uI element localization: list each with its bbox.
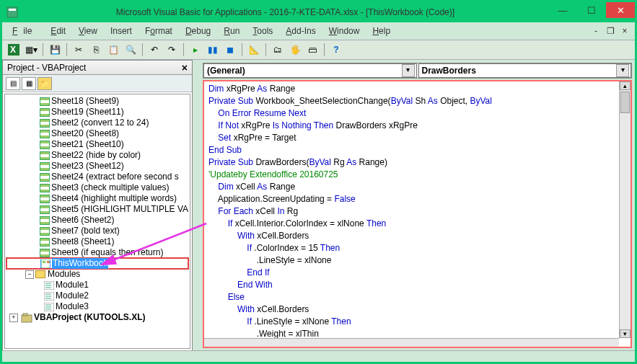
tree-sheet-item[interactable]: Sheet4 (highlight multiple words) <box>6 193 188 204</box>
object-browser-button[interactable]: 🗃 <box>305 43 320 57</box>
workbook-icon <box>40 259 50 268</box>
tree-module-item[interactable]: Module1 <box>6 280 188 290</box>
mdi-minimize-button[interactable]: - <box>590 26 602 36</box>
toggle-folders-button[interactable]: 📁 <box>38 77 52 90</box>
copy-button[interactable]: ⎘ <box>89 43 103 57</box>
maximize-button[interactable]: ☐ <box>577 2 606 18</box>
window-title: Microsoft Visual Basic for Applications … <box>22 7 548 17</box>
title-bar: Microsoft Visual Basic for Applications … <box>2 2 635 22</box>
menu-view[interactable]: View <box>73 25 103 37</box>
insert-module-dropdown[interactable]: ▦▾ <box>24 43 38 57</box>
tree-sheet-item[interactable]: Sheet19 (Sheet11) <box>6 107 188 117</box>
tree-sheet-item[interactable]: Sheet24 (extract before second s <box>6 172 188 182</box>
svg-text:X: X <box>10 45 16 55</box>
mdi-restore-button[interactable]: ❐ <box>605 26 616 36</box>
find-button[interactable]: 🔍 <box>123 43 138 57</box>
reset-button[interactable]: ◼ <box>223 43 237 57</box>
tree-sheet-item[interactable]: Sheet21 (Sheet10) <box>6 139 188 150</box>
tree-sheet-item[interactable]: Sheet8 (Sheet1) <box>6 236 188 247</box>
menu-debug[interactable]: Debug <box>180 25 216 37</box>
mdi-close-button[interactable]: × <box>619 26 631 36</box>
tree-sheet-item[interactable]: Sheet23 (Sheet12) <box>6 161 188 172</box>
svg-rect-1 <box>9 9 16 11</box>
tree-sheet-item[interactable]: Sheet2 (convert 12 to 24) <box>6 117 188 128</box>
excel-icon[interactable]: X <box>6 43 21 57</box>
sheet-icon <box>40 151 50 160</box>
svg-rect-6 <box>47 261 50 263</box>
close-button[interactable]: ✕ <box>606 2 635 18</box>
menu-tools[interactable]: Tools <box>247 25 278 37</box>
sheet-icon <box>40 205 50 214</box>
sheet-icon <box>40 238 50 247</box>
menu-format[interactable]: Format <box>139 25 178 37</box>
save-button[interactable]: 💾 <box>48 43 62 57</box>
project-explorer-close-button[interactable]: × <box>182 62 188 74</box>
properties-button[interactable]: 🖐 <box>288 43 302 57</box>
sheet-icon <box>40 184 50 192</box>
sheet-icon <box>40 227 50 236</box>
tree-vbaproject-root[interactable]: VBAProject (KUTOOLS.XL) <box>6 312 188 323</box>
view-code-button[interactable]: ▤ <box>6 77 20 90</box>
status-bar <box>2 350 635 362</box>
menu-file[interactable]: File <box>6 25 43 37</box>
redo-button[interactable]: ↷ <box>164 43 179 57</box>
sheet-icon <box>40 173 50 182</box>
code-editor[interactable]: Dim xRgPre As Range Private Sub Workbook… <box>203 80 632 348</box>
menu-edit[interactable]: Edit <box>45 25 71 37</box>
menu-addins[interactable]: Add-Ins <box>280 25 321 37</box>
svg-rect-20 <box>23 314 27 316</box>
module-icon <box>44 303 54 311</box>
sheet-icon <box>40 130 50 138</box>
sheet-icon <box>40 162 50 171</box>
sheet-icon <box>40 97 50 106</box>
tree-sheet-item[interactable]: Sheet7 (bold text) <box>6 226 188 236</box>
procedure-dropdown[interactable]: DrawBorders <box>418 63 632 78</box>
paste-button[interactable]: 📋 <box>106 43 120 57</box>
tree-module-item[interactable]: Module2 <box>6 290 188 301</box>
project-explorer-title: Project - VBAProject × <box>3 61 192 75</box>
project-explorer: Project - VBAProject × ▤ ▦ 📁 Sheet18 (Sh… <box>2 60 193 351</box>
module-icon <box>44 292 54 301</box>
svg-rect-5 <box>43 261 45 263</box>
app-icon <box>2 2 22 22</box>
menu-help[interactable]: Help <box>366 25 396 37</box>
break-button[interactable]: ▮▮ <box>206 43 220 57</box>
sheet-icon <box>40 216 50 225</box>
tree-sheet-item[interactable]: Sheet5 (HIGHLIGHT MULTIPLE VA <box>6 204 188 215</box>
vertical-scrollbar[interactable] <box>619 81 631 338</box>
menu-run[interactable]: Run <box>218 25 245 37</box>
module-icon <box>44 281 54 290</box>
folder-icon <box>35 270 45 278</box>
project-tree[interactable]: Sheet18 (Sheet9)Sheet19 (Sheet11)Sheet2 … <box>4 94 190 349</box>
tree-sheet-item[interactable]: Sheet9 (if equals then return) <box>6 247 188 258</box>
svg-rect-4 <box>41 259 50 268</box>
tree-sheet-item[interactable]: Sheet20 (Sheet8) <box>6 128 188 139</box>
cut-button[interactable]: ✂ <box>71 43 86 57</box>
tree-module-item[interactable]: Module3 <box>6 301 188 312</box>
tree-sheet-item[interactable]: Sheet6 (Sheet2) <box>6 215 188 226</box>
tree-thisworkbook[interactable]: ThisWorkbook <box>6 258 188 269</box>
run-button[interactable]: ▸ <box>188 43 203 57</box>
tree-sheet-item[interactable]: Sheet3 (check multiple values) <box>6 182 188 193</box>
sheet-icon <box>40 119 50 128</box>
tree-sheet-item[interactable]: Sheet22 (hide by color) <box>6 150 188 161</box>
help-button[interactable]: ? <box>329 43 343 57</box>
tree-modules-folder[interactable]: Modules <box>6 269 188 280</box>
minimize-button[interactable]: — <box>548 2 577 18</box>
tree-sheet-item[interactable]: Sheet18 (Sheet9) <box>6 96 188 107</box>
project-explorer-button[interactable]: 🗂 <box>271 43 285 57</box>
horizontal-scrollbar[interactable] <box>204 338 619 347</box>
sheet-icon <box>40 249 50 257</box>
undo-button[interactable]: ↶ <box>147 43 162 57</box>
object-dropdown[interactable]: (General) <box>203 63 417 78</box>
sheet-icon <box>40 195 50 203</box>
sheet-icon <box>40 108 50 117</box>
menu-window[interactable]: Window <box>323 25 366 37</box>
sheet-icon <box>40 141 50 149</box>
menu-bar: File Edit View Insert Format Debug Run T… <box>2 22 635 40</box>
view-object-button[interactable]: ▦ <box>22 77 36 90</box>
design-mode-button[interactable]: 📐 <box>247 43 261 57</box>
menu-insert[interactable]: Insert <box>105 25 138 37</box>
toolbar: X ▦▾ 💾 ✂ ⎘ 📋 🔍 ↶ ↷ ▸ ▮▮ ◼ 📐 🗂 🖐 🗃 ? <box>2 40 635 60</box>
